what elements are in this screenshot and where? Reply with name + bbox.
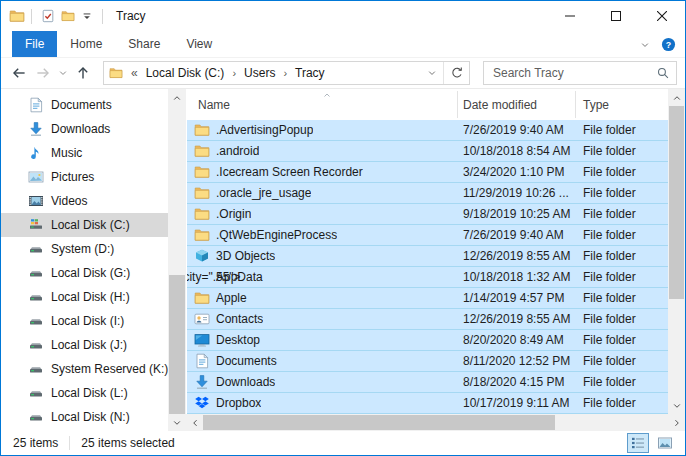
horizontal-scrollbar[interactable] (186, 414, 685, 431)
search-icon[interactable] (656, 66, 670, 80)
ribbon-tab-share[interactable]: Share (115, 31, 173, 57)
window-title: Tracy (116, 9, 146, 23)
file-type: File folder (576, 228, 668, 242)
column-header-type[interactable]: Type (576, 91, 668, 118)
documents-icon (28, 97, 44, 113)
column-header-name[interactable]: Name (187, 91, 458, 118)
file-date-modified: 10/18/2018 8:54 AM (458, 144, 576, 158)
new-folder-button[interactable] (58, 7, 78, 25)
help-icon: ? (661, 37, 676, 52)
file-type: File folder (576, 396, 668, 410)
file-name: .oracle_jre_usage (216, 186, 311, 200)
file-type: File folder (576, 186, 668, 200)
drive-icon (28, 241, 44, 257)
sidebar-item-documents[interactable]: Documents (1, 93, 168, 117)
file-row-dropbox[interactable]: Dropbox 10/17/2019 9:11 AM File folder (187, 393, 668, 414)
breadcrumb-separator[interactable]: › (280, 67, 290, 79)
breadcrumb: Local Disk (C:)›Users›Tracy (141, 66, 330, 80)
breadcrumb-collapsed-chevron[interactable]: « (128, 66, 141, 80)
expand-ribbon-button[interactable] (640, 40, 650, 50)
breadcrumb-item-local-disk-c[interactable]: Local Disk (C:) (141, 66, 230, 80)
customize-quick-access-button[interactable] (78, 8, 96, 24)
chevron-down-icon (640, 40, 650, 50)
ribbon-tab-home[interactable]: Home (57, 31, 115, 57)
new-folder-icon (61, 9, 75, 23)
scroll-down-button[interactable] (168, 414, 186, 431)
file-row-3d-objects[interactable]: 3D Objects 12/26/2019 8:55 AM File folde… (187, 246, 668, 267)
file-type: File folder (576, 249, 668, 263)
details-view-button[interactable] (627, 433, 649, 453)
scrollbar-thumb[interactable] (669, 106, 684, 299)
file-explorer-window: Tracy FileHomeShareView ? « Local Disk (… (0, 0, 686, 456)
breadcrumb-item-tracy[interactable]: Tracy (290, 66, 330, 80)
refresh-button[interactable] (443, 62, 469, 84)
file-row-apple[interactable]: Apple 1/14/2019 4:57 PM File folder (187, 288, 668, 309)
sidebar-item-pictures[interactable]: Pictures (1, 165, 168, 189)
sidebar-item-videos[interactable]: Videos (1, 189, 168, 213)
minimize-button[interactable] (547, 1, 593, 31)
properties-button[interactable] (38, 7, 58, 25)
desktop-icon (194, 332, 210, 348)
sidebar-item-label: Local Disk (I:) (51, 314, 124, 328)
scroll-right-button[interactable] (668, 414, 685, 431)
up-button[interactable] (71, 61, 95, 85)
scroll-down-button[interactable] (668, 397, 685, 414)
sidebar-item-downloads[interactable]: Downloads (1, 117, 168, 141)
sidebar-scrollbar[interactable] (168, 89, 186, 431)
back-button[interactable] (7, 61, 31, 85)
scroll-left-button[interactable] (186, 414, 203, 431)
file-row-appdata[interactable]: opacity=".55"> AppData 10/18/2018 1:32 A… (187, 267, 668, 288)
sidebar: Documents Downloads Music Pictures Video… (1, 89, 168, 431)
file-row-desktop[interactable]: Desktop 8/20/2020 8:49 AM File folder (187, 330, 668, 351)
thumbnail-view-button[interactable] (654, 433, 676, 453)
sidebar-item-label: Local Disk (H:) (51, 290, 130, 304)
file-date-modified: 12/26/2019 8:55 AM (458, 249, 576, 263)
file-type: File folder (576, 354, 668, 368)
sidebar-item-local-disk-c[interactable]: Local Disk (C:) (1, 213, 168, 237)
titlebar-separator (102, 9, 103, 24)
file-type: File folder (576, 375, 668, 389)
sidebar-item-system-d[interactable]: System (D:) (1, 237, 168, 261)
file-row-origin[interactable]: .Origin 9/18/2019 10:25 AM File folder (187, 204, 668, 225)
file-row-icecream-screen-recorder[interactable]: .Icecream Screen Recorder 3/24/2020 1:10… (187, 162, 668, 183)
chevron-right-icon (672, 418, 682, 428)
scrollbar-thumb[interactable] (203, 415, 555, 430)
sidebar-item-label: System (D:) (51, 242, 114, 256)
forward-button[interactable] (31, 61, 55, 85)
recent-locations-button[interactable] (55, 61, 71, 85)
maximize-button[interactable] (593, 1, 639, 31)
details-view-icon (630, 435, 646, 451)
file-list-scrollbar[interactable] (668, 89, 685, 414)
file-row-android[interactable]: .android 10/18/2018 8:54 AM File folder (187, 141, 668, 162)
help-button[interactable]: ? (661, 37, 676, 52)
file-row-advertisingpopup[interactable]: .AdvertisingPopup 7/26/2019 9:40 AM File… (187, 120, 668, 141)
search-input[interactable] (493, 66, 656, 80)
file-row-oracle-jre-usage[interactable]: .oracle_jre_usage 11/29/2019 10:26 ... F… (187, 183, 668, 204)
file-name: Documents (216, 354, 277, 368)
close-button[interactable] (639, 1, 685, 31)
sidebar-item-music[interactable]: Music (1, 141, 168, 165)
sidebar-item-local-disk-n[interactable]: Local Disk (N:) (1, 405, 168, 429)
sidebar-item-local-disk-l[interactable]: Local Disk (L:) (1, 381, 168, 405)
ribbon-tab-file[interactable]: File (12, 31, 57, 57)
sidebar-item-local-disk-h[interactable]: Local Disk (H:) (1, 285, 168, 309)
scroll-up-button[interactable] (168, 89, 186, 106)
sidebar-item-local-disk-j[interactable]: Local Disk (J:) (1, 333, 168, 357)
file-row-contacts[interactable]: Contacts 12/26/2019 8:55 AM File folder (187, 309, 668, 330)
address-bar[interactable]: « Local Disk (C:)›Users›Tracy (103, 61, 470, 85)
sidebar-item-local-disk-i[interactable]: Local Disk (I:) (1, 309, 168, 333)
file-row-qtwebengineprocess[interactable]: .QtWebEngineProcess 7/26/2019 9:40 AM Fi… (187, 225, 668, 246)
scroll-up-button[interactable] (668, 89, 685, 106)
column-header-date-modified[interactable]: Date modified (458, 91, 576, 118)
ribbon-tab-view[interactable]: View (173, 31, 225, 57)
sidebar-item-system-reserved-k[interactable]: System Reserved (K:) (1, 357, 168, 381)
chevron-up-icon (672, 93, 682, 103)
scrollbar-thumb[interactable] (169, 275, 185, 414)
file-row-downloads[interactable]: Downloads 8/18/2020 4:15 PM File folder (187, 372, 668, 393)
breadcrumb-separator[interactable]: › (229, 67, 239, 79)
breadcrumb-item-users[interactable]: Users (239, 66, 280, 80)
file-row-documents[interactable]: Documents 8/11/2020 12:52 PM File folder (187, 351, 668, 372)
sidebar-item-label: Local Disk (J:) (51, 338, 127, 352)
address-dropdown-button[interactable] (421, 62, 443, 84)
sidebar-item-local-disk-g[interactable]: Local Disk (G:) (1, 261, 168, 285)
